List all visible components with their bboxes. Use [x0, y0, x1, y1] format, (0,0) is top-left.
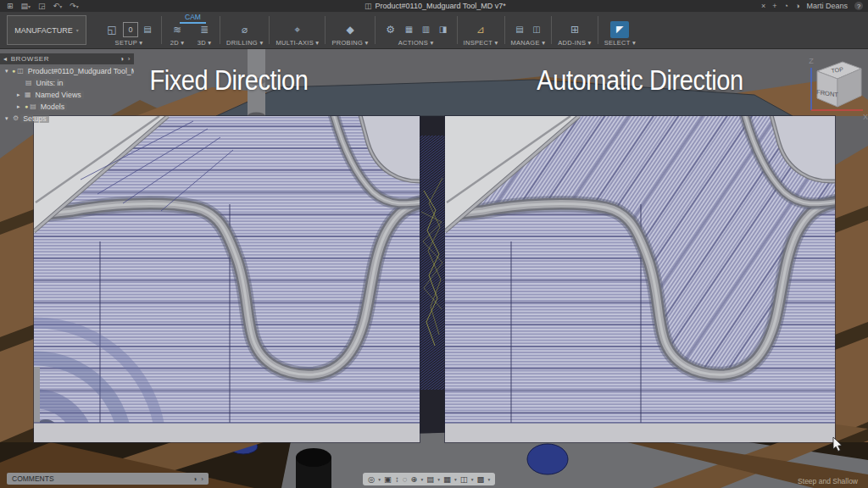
browser-item-setups[interactable]: ▾ ⚙ Setups — [0, 114, 134, 125]
manage-group-label[interactable]: MANAGE ▾ — [511, 39, 546, 47]
toolbar-group-setup: ◱ 0 ▤ SETUP ▾ — [98, 12, 159, 48]
comments-badge-icon[interactable]: ◑ — [192, 475, 197, 483]
toolbar-group-drilling: ⌀ DRILLING ▾ — [222, 12, 267, 48]
comments-label: COMMENTS — [12, 474, 54, 483]
help-icon[interactable]: ? — [854, 2, 863, 10]
expand-caret-icon[interactable]: ▾ — [5, 68, 10, 75]
2d-group-label[interactable]: 2D ▾ — [170, 39, 185, 47]
navigation-bar: ◎ ▾ ▣ ↕ ◌ ⊕ ▾ ▤ ▾ ▦ ▾ ◫ ▾ ▩ ▾ — [363, 473, 495, 485]
visibility-bulb-icon[interactable]: ● — [12, 68, 15, 74]
browser-item-named-views[interactable]: ▸ ▦ Named Views — [0, 90, 134, 101]
addins-group-label[interactable]: ADD-INS ▾ — [558, 39, 591, 47]
layout-grid-icon[interactable]: ▦ — [443, 473, 451, 485]
z-axis-label: Z — [809, 57, 814, 65]
redo-icon[interactable]: ↷▾ — [70, 0, 79, 13]
automatic-direction-label: Automatic Direction — [506, 64, 775, 97]
toolbar-group-select: ◤ SELECT ▾ — [600, 12, 640, 48]
job-status-icon[interactable]: ◔ — [784, 0, 788, 12]
drilling-icon[interactable]: ⌀ — [236, 21, 254, 38]
browser-collapse-icon[interactable]: ◂ — [3, 55, 8, 63]
look-at-icon[interactable]: ▣ — [384, 473, 392, 485]
viewports-icon[interactable]: ◫ — [460, 473, 468, 485]
tool-library-icon[interactable]: ▤ — [512, 21, 527, 38]
document-icon: ◫ — [17, 67, 24, 75]
orbit-icon[interactable]: ◎ — [368, 473, 375, 485]
save-icon[interactable]: ◲ — [38, 0, 46, 12]
browser-panel: ◂ BROWSER ◑ › ▾ ● ◫ Product#0110_Mudguar… — [0, 53, 134, 124]
orbit-caret-icon[interactable]: ▾ — [378, 477, 381, 482]
x-axis-label: X — [863, 113, 868, 121]
actions-group-label[interactable]: ACTIONS ▾ — [398, 39, 434, 47]
stock-icon[interactable]: 0 — [123, 22, 138, 37]
marking-menu-icon[interactable]: ▩ — [476, 473, 484, 485]
app-grid-icon[interactable]: ⊞ — [7, 0, 14, 12]
setup-sheet-icon[interactable]: ◨ — [436, 21, 451, 38]
toolbar-group-manage: ▤ ◫ MANAGE ▾ — [507, 12, 550, 48]
expand-caret-icon[interactable]: ▾ — [5, 115, 11, 122]
close-tab-icon[interactable]: × — [761, 0, 765, 12]
expand-caret-icon[interactable]: ▸ — [17, 92, 23, 98]
task-manager-icon[interactable]: ◫ — [529, 21, 544, 38]
comparison-panel-automatic[interactable] — [445, 116, 835, 442]
fit-caret-icon[interactable]: ▾ — [420, 477, 423, 482]
simulate-icon[interactable]: ▦ — [402, 21, 417, 38]
models-icon: ▤ — [30, 103, 36, 110]
view-cube[interactable]: TOP FRONT Z X — [804, 54, 868, 122]
addins-icon[interactable]: ⊞ — [565, 21, 584, 38]
expand-caret-icon[interactable]: ▸ — [17, 103, 23, 110]
browser-item-models[interactable]: ▸ ● ▤ Models — [0, 102, 134, 113]
browser-options-icon[interactable]: ◑ — [120, 55, 124, 63]
setup-group-label[interactable]: SETUP ▾ — [115, 39, 143, 47]
setups-gear-icon: ⚙ — [13, 114, 19, 122]
browser-item-units[interactable]: ▤ Units: in — [0, 78, 134, 89]
display-settings-icon[interactable]: ▤ — [426, 473, 434, 485]
3d-group-label[interactable]: 3D ▾ — [198, 39, 212, 47]
viewports-caret-icon[interactable]: ▾ — [471, 477, 474, 482]
visibility-bulb-icon[interactable]: ● — [25, 103, 28, 109]
new-setup-icon[interactable]: ◱ — [103, 21, 121, 38]
display-caret-icon[interactable]: ▾ — [437, 477, 440, 482]
grid-caret-icon[interactable]: ▾ — [454, 477, 457, 482]
comments-bar[interactable]: COMMENTS ◑ › — [7, 473, 209, 485]
comparison-panel-fixed[interactable] — [34, 116, 420, 442]
document-title[interactable]: Product#0110_Mudguard Tool_MD v7* — [376, 2, 506, 10]
units-icon: ▤ — [25, 79, 32, 86]
toolbar-group-multiaxis: ⌖ MULTI-AXIS ▾ — [271, 12, 323, 48]
multiaxis-group-label[interactable]: MULTI-AXIS ▾ — [275, 39, 319, 47]
document-icon: ◫ — [364, 0, 372, 12]
probing-group-label[interactable]: PROBING ▾ — [331, 39, 368, 47]
browser-title: BROWSER — [11, 55, 50, 63]
select-group-label[interactable]: SELECT ▾ — [604, 39, 636, 47]
tab-cam[interactable]: CAM — [180, 13, 206, 24]
named-views-icon: ▦ — [25, 91, 31, 98]
browser-item-root[interactable]: ▾ ● ◫ Product#0110_Mudguard Tool_MD... — [0, 66, 134, 77]
mouse-cursor — [832, 437, 844, 452]
panel-floor-strip — [34, 423, 420, 442]
measure-icon[interactable]: ⊿ — [471, 21, 490, 38]
zoom-icon[interactable]: ◌ — [403, 473, 408, 485]
probing-icon[interactable]: ◆ — [341, 21, 359, 38]
fusion360-window: Fixed Direction Automatic Direction ⊞ ▤▾… — [0, 0, 868, 488]
user-name[interactable]: Marti Deans — [806, 2, 848, 10]
select-cursor-icon[interactable]: ◤ — [610, 21, 629, 38]
setup-folder-icon[interactable]: ▤ — [140, 21, 155, 38]
fit-icon[interactable]: ⊕ — [410, 473, 417, 485]
toolpath-gap — [420, 116, 445, 442]
browser-header[interactable]: ◂ BROWSER ◑ › — [0, 53, 134, 64]
post-process-icon[interactable]: ▥ — [419, 21, 434, 38]
comments-expand-icon[interactable]: › — [201, 475, 203, 483]
generate-icon[interactable]: ⚙ — [381, 21, 400, 38]
notifications-icon[interactable]: ◑ — [795, 0, 799, 12]
pan-icon[interactable]: ↕ — [395, 473, 399, 485]
toolbar-group-addins: ⊞ ADD-INS ▾ — [554, 12, 595, 48]
marking-caret-icon[interactable]: ▾ — [487, 477, 490, 482]
multi-axis-icon[interactable]: ⌖ — [288, 21, 307, 38]
inspect-group-label[interactable]: INSPECT ▾ — [464, 39, 498, 47]
undo-icon[interactable]: ↶▾ — [53, 0, 63, 13]
browser-chevron-icon[interactable]: › — [128, 55, 131, 63]
file-menu-icon[interactable]: ▤▾ — [21, 0, 31, 13]
toolbar-group-inspect: ⊿ INSPECT ▾ — [459, 12, 503, 48]
drilling-group-label[interactable]: DRILLING ▾ — [226, 39, 263, 47]
new-tab-icon[interactable]: + — [772, 0, 776, 12]
workspace-switcher[interactable]: MANUFACTURE▾ — [7, 15, 86, 45]
